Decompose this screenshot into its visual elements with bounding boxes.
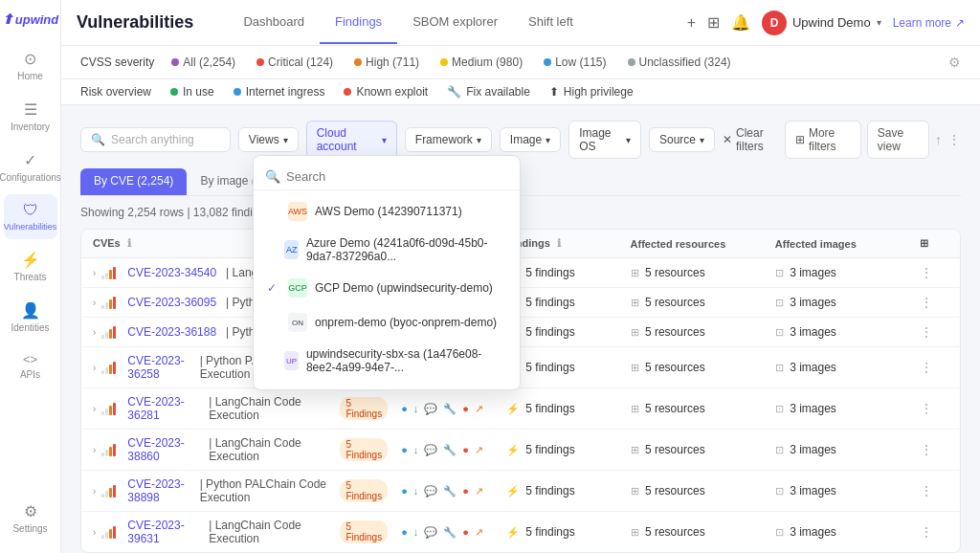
row-more-icon[interactable]: ⋮ [920, 524, 933, 540]
row-more-icon[interactable]: ⋮ [920, 295, 933, 310]
medium-dot [440, 58, 448, 66]
tab-sbom[interactable]: SBOM explorer [397, 1, 513, 44]
row-more-icon[interactable]: ⋮ [920, 360, 933, 375]
tab-shiftleft[interactable]: Shift left [513, 1, 589, 44]
filter-critical[interactable]: Critical (124) [249, 54, 341, 71]
findings-icon: ⚡ [506, 444, 520, 455]
expand-icon[interactable]: › [93, 404, 96, 414]
filter-medium[interactable]: Medium (980) [433, 54, 530, 71]
framework-dropdown[interactable]: Framework ▾ [405, 127, 492, 152]
cvss-filter-bar: CVSS severity All (2,254) Critical (124)… [61, 46, 980, 79]
cve-id[interactable]: CVE-2023-36095 [127, 296, 216, 309]
expand-icon[interactable]: › [93, 268, 96, 278]
learn-more-link[interactable]: Learn more ↗ [893, 16, 965, 30]
filter-all[interactable]: All (2,254) [164, 54, 243, 71]
threats-icon: ⚡ [21, 251, 40, 269]
severity-bars [101, 526, 116, 539]
resources-count: 5 resources [645, 325, 705, 339]
views-dropdown[interactable]: Views ▾ [238, 127, 299, 152]
cve-title: | LangChain Code Execution [209, 519, 326, 545]
tab-by-cve[interactable]: By CVE (2,254) [80, 168, 187, 195]
sidebar-item-home[interactable]: ⊙ Home [4, 42, 57, 89]
sidebar-item-threats[interactable]: ⚡ Threats [4, 243, 57, 290]
export-icon[interactable]: ↑ [935, 132, 942, 147]
user-menu[interactable]: D Upwind Demo ▾ [762, 11, 881, 35]
expand-icon[interactable]: › [93, 363, 96, 373]
expand-icon[interactable]: › [93, 527, 96, 538]
expand-icon[interactable]: › [93, 298, 96, 308]
row-more-icon[interactable]: ⋮ [920, 483, 933, 498]
save-view-button[interactable]: Save view [867, 121, 929, 159]
cloud-account-arrow-icon: ▾ [382, 135, 387, 145]
cve-id[interactable]: CVE-2023-39631 [127, 519, 199, 545]
top-right-actions: + ⊞ 🔔 D Upwind Demo ▾ Learn more ↗ [687, 11, 965, 35]
dropdown-item-upwindsec[interactable]: UP upwindsecurity-sbx-sa (1a476e08-8ee2-… [254, 340, 520, 382]
nav-tabs: Dashboard Findings SBOM explorer Shift l… [228, 1, 686, 44]
expand-icon[interactable]: › [93, 327, 96, 338]
x-icon: ✕ [723, 133, 732, 146]
cve-id[interactable]: CVE-2023-38898 [127, 477, 189, 504]
clear-filters-button[interactable]: ✕ Clear filters [723, 126, 779, 153]
resources-icon: ⊞ [631, 444, 639, 455]
layout-icon[interactable]: ⊞ [707, 13, 720, 32]
cloud-account-dropdown[interactable]: Cloud account ▾ [306, 121, 397, 159]
images-count: 3 images [790, 296, 836, 309]
findings-count: 5 findings [525, 443, 574, 456]
azure-icon: AZ [284, 240, 299, 259]
dropdown-search-input[interactable] [286, 169, 508, 184]
dropdown-item-azure[interactable]: AZ Azure Demo (4241a0f6-d09d-45b0-9da7-8… [254, 229, 520, 271]
risk-in-use[interactable]: In use [170, 85, 214, 99]
images-count: 3 images [790, 525, 836, 539]
cve-id[interactable]: CVE-2023-34540 [127, 266, 216, 279]
filter-settings-icon[interactable]: ⚙ [948, 55, 961, 70]
filter-high[interactable]: High (711) [346, 54, 427, 71]
sidebar-item-vulnerabilities[interactable]: 🛡 Vulnerabilities [4, 194, 57, 239]
image-dropdown[interactable]: Image ▾ [500, 127, 561, 152]
plus-icon[interactable]: + [687, 14, 696, 32]
cve-id[interactable]: CVE-2023-38860 [127, 436, 199, 463]
sidebar: ⬆upwind ⊙ Home ☰ Inventory ✓ Configurati… [0, 0, 61, 553]
risk-fix-available[interactable]: 🔧 Fix available [447, 85, 530, 99]
sidebar-item-inventory[interactable]: ☰ Inventory [4, 93, 57, 140]
row-more-icon[interactable]: ⋮ [920, 442, 933, 457]
dropdown-item-aws[interactable]: AWS AWS Demo (142390711371) [254, 194, 520, 229]
filter-unclassified[interactable]: Unclassified (324) [620, 54, 739, 71]
risk-internet-ingress[interactable]: Internet ingress [234, 85, 325, 99]
more-filters-button[interactable]: ⊞ More filters [785, 121, 861, 159]
cve-id[interactable]: CVE-2023-36281 [127, 395, 199, 422]
expand-icon[interactable]: › [93, 486, 96, 497]
cve-id[interactable]: CVE-2023-36188 [127, 325, 216, 339]
risk-known-exploit[interactable]: Known exploit [344, 85, 428, 99]
resources-count: 5 resources [645, 361, 705, 374]
dropdown-item-gcp[interactable]: ✓ GCP GCP Demo (upwindsecurity-demo) [254, 271, 520, 305]
sidebar-item-configurations[interactable]: ✓ Configurations [4, 144, 57, 190]
sidebar-item-settings[interactable]: ⚙ Settings [4, 495, 57, 542]
row-more-icon[interactable]: ⋮ [920, 265, 933, 280]
tab-dashboard[interactable]: Dashboard [228, 1, 320, 44]
col-settings-icon[interactable]: ⊞ [920, 237, 928, 249]
images-icon: ⊡ [775, 267, 784, 278]
table-row: › CVE-2023-36281 | LangChain Code Execut… [81, 388, 960, 430]
row-more-icon[interactable]: ⋮ [920, 324, 933, 340]
table-row: › CVE-2023-36188 | Python PALChain C... … [81, 318, 960, 347]
source-dropdown[interactable]: Source ▾ [649, 127, 715, 152]
cvss-severity-section: CVSS severity All (2,254) Critical (124)… [80, 54, 739, 71]
bell-icon[interactable]: 🔔 [731, 13, 750, 32]
tab-findings[interactable]: Findings [320, 1, 397, 44]
filter-low[interactable]: Low (115) [536, 54, 613, 71]
row-more-icon[interactable]: ⋮ [920, 401, 933, 416]
user-dropdown-arrow: ▾ [877, 17, 881, 28]
expand-icon[interactable]: › [93, 445, 96, 455]
cve-id[interactable]: CVE-2023-36258 [127, 354, 189, 381]
more-options-icon[interactable]: ⋮ [947, 132, 961, 147]
dropdown-item-onprem[interactable]: ON onprem-demo (byoc-onprem-demo) [254, 305, 520, 340]
upwindsec-icon: UP [284, 351, 299, 370]
findings-icon: ⚡ [506, 403, 520, 414]
view-tabs: By CVE (2,254) By image (99) ✕ [80, 168, 961, 196]
search-input[interactable]: 🔍 Search anything [80, 127, 231, 152]
image-os-dropdown[interactable]: Image OS ▾ [568, 121, 641, 159]
top-navigation: Vulnerabilities Dashboard Findings SBOM … [61, 0, 980, 46]
sidebar-item-apis[interactable]: <> APIs [4, 344, 57, 387]
risk-high-privilege[interactable]: ⬆ High privilege [549, 85, 634, 99]
sidebar-item-identities[interactable]: 👤 Identities [4, 294, 57, 341]
